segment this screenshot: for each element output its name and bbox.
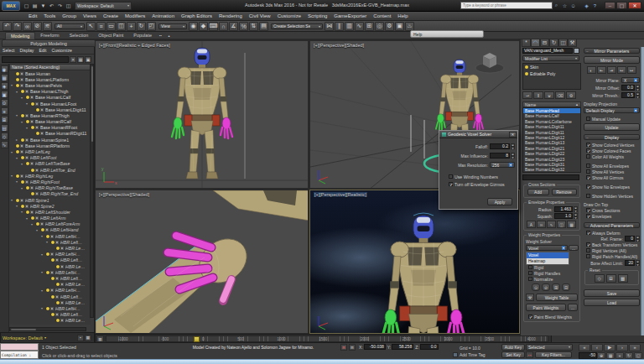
bone-filter-field[interactable] bbox=[522, 174, 579, 180]
explorer-toolbar-icon[interactable]: ∿ bbox=[1, 141, 8, 148]
minimize-button[interactable]: – bbox=[605, 2, 615, 9]
bone-affect-limit-field[interactable]: 20 bbox=[625, 260, 635, 266]
viewport-label[interactable]: [+][Front][Realistic + Edged Faces] bbox=[99, 43, 170, 48]
workspace-pin-icon[interactable]: ▪ bbox=[77, 335, 84, 341]
paint-options-button[interactable]: ... bbox=[568, 304, 578, 311]
tree-item[interactable]: HBR:LeftToeBase bbox=[9, 161, 91, 167]
expand-arrow-icon[interactable] bbox=[16, 90, 20, 94]
tree-item[interactable]: HBR:RightToe_End bbox=[9, 191, 91, 197]
tree-item[interactable]: HBR:LeftHand bbox=[9, 227, 91, 233]
max-resolution-dropdown[interactable]: 256▾ bbox=[490, 162, 515, 168]
squash-field[interactable]: 1.0 bbox=[554, 213, 573, 219]
menu-item[interactable]: Group bbox=[59, 13, 80, 18]
tree-item[interactable]: HBR:Le… bbox=[9, 245, 91, 251]
project-folder-icon[interactable]: ◫ bbox=[65, 2, 72, 9]
expand-arrow-icon[interactable] bbox=[41, 252, 45, 257]
tree-item[interactable]: Base HumanRPlatform bbox=[9, 143, 91, 148]
expand-arrow-icon[interactable] bbox=[21, 186, 25, 190]
dialog-title-bar[interactable]: Geodesic Voxel Solver ✕ bbox=[439, 131, 517, 138]
add-cross-section-button[interactable]: Add bbox=[527, 189, 549, 195]
reference-coordinate-dropdown[interactable]: View▾ bbox=[158, 23, 187, 29]
track-ruler[interactable]: -1000-5000500100015002000250030003500400… bbox=[106, 335, 548, 342]
menu-item[interactable]: Graph Editors bbox=[178, 13, 216, 18]
viewport-label[interactable]: [+][Perspective][Shaded] bbox=[314, 43, 364, 48]
explorer-toolbar-icon[interactable]: ⊙ bbox=[1, 99, 8, 107]
exclude-vertices-icon[interactable]: ∞ bbox=[537, 221, 546, 228]
lightbulb-icon[interactable] bbox=[31, 126, 34, 129]
explorer-toolbar-icon[interactable]: ⊞ bbox=[1, 116, 8, 123]
tree-item[interactable]: Base HumanLFoot bbox=[9, 101, 91, 107]
layer-manager-icon[interactable]: ▥ bbox=[345, 22, 354, 31]
display-checkbox[interactable]: Show Hidden Vertices bbox=[584, 193, 640, 199]
workspace-menu-icon[interactable]: ▦ bbox=[85, 335, 91, 341]
copy-envelope-icon[interactable]: ◫ bbox=[557, 221, 566, 228]
object-name-field[interactable]: VAN:vanguard_Mesh bbox=[522, 48, 573, 54]
draw-on-top-checkbox[interactable]: Envelopes bbox=[584, 213, 640, 219]
lightbulb-icon[interactable] bbox=[51, 313, 55, 316]
lightbulb-icon[interactable] bbox=[525, 72, 528, 75]
tree-item[interactable]: HBR:Le… bbox=[9, 299, 91, 305]
explorer-menu-item[interactable]: Select bbox=[0, 48, 17, 53]
draw-on-top-checkbox[interactable]: Cross Sections bbox=[584, 207, 640, 213]
expand-arrow-icon[interactable] bbox=[16, 179, 20, 184]
remove-modifier-icon[interactable]: ⌫ bbox=[555, 91, 565, 99]
mirror-mode-button[interactable]: Mirror Mode bbox=[584, 56, 640, 64]
expand-arrow-icon[interactable] bbox=[21, 162, 25, 166]
lightbulb-icon[interactable] bbox=[51, 241, 55, 244]
expand-arrow-icon[interactable] bbox=[11, 83, 15, 87]
open-mini-curve-editor-icon[interactable]: ▦ bbox=[96, 335, 104, 342]
keyboard-shortcut-override-icon[interactable]: ⌨ bbox=[209, 22, 218, 31]
rollout-display[interactable]: Display bbox=[584, 134, 640, 140]
menu-item[interactable]: Animation bbox=[148, 13, 178, 18]
display-checkbox[interactable]: Show All Vertices bbox=[584, 169, 640, 174]
menu-item[interactable]: Customize bbox=[274, 13, 304, 18]
lightbulb-icon[interactable] bbox=[46, 252, 49, 256]
menu-item[interactable]: Views bbox=[80, 13, 100, 18]
play-icon[interactable]: ▶ bbox=[604, 344, 615, 351]
new-file-icon[interactable]: ▢ bbox=[23, 2, 30, 9]
object-color-swatch[interactable] bbox=[574, 48, 579, 54]
lightbulb-icon[interactable] bbox=[16, 174, 19, 178]
lightbulb-icon[interactable] bbox=[31, 216, 34, 220]
explorer-toolbar-icon[interactable]: ≡ bbox=[1, 107, 8, 115]
spinner-snap-icon[interactable]: ⇅ bbox=[249, 22, 258, 31]
utilities-tab[interactable]: ⚒ bbox=[568, 39, 577, 47]
expand-arrow-icon[interactable] bbox=[41, 306, 45, 310]
mirror-offset-spinner[interactable] bbox=[636, 85, 640, 91]
go-to-start-icon[interactable]: « bbox=[579, 344, 590, 351]
maxscript-mini-listener-white[interactable]: Compilation : bbox=[0, 351, 39, 359]
expand-arrow-icon[interactable] bbox=[16, 156, 20, 160]
curve-editor-icon[interactable]: ∿ bbox=[355, 22, 364, 31]
tree-item[interactable]: HBR:LeftH… bbox=[9, 288, 91, 294]
ref-frame-spinner[interactable] bbox=[636, 236, 640, 242]
explorer-toolbar-icon[interactable]: ◇ bbox=[1, 133, 8, 140]
weight-checkbox[interactable]: Normalize bbox=[526, 276, 578, 282]
paint-weights-button[interactable]: Paint Weights bbox=[526, 304, 566, 311]
lightbulb-icon[interactable] bbox=[51, 258, 55, 262]
set-key-mode-icon[interactable]: ⊶ bbox=[526, 351, 533, 358]
tree-item[interactable]: HBR:Left… bbox=[9, 239, 91, 245]
viewport-label[interactable]: [+][Perspective][Shaded] bbox=[99, 192, 149, 197]
tree-item[interactable]: Base HumanLPlatform bbox=[9, 76, 91, 82]
select-by-name-icon[interactable]: ≡ bbox=[96, 22, 106, 31]
z-coordinate-field[interactable]: 0.0 bbox=[420, 344, 439, 350]
lightbulb-icon[interactable] bbox=[56, 319, 60, 322]
menu-item[interactable]: Help bbox=[394, 13, 411, 18]
x-coordinate-field[interactable]: -50.038 bbox=[364, 344, 386, 350]
clear-search-icon[interactable]: ✕ bbox=[70, 56, 76, 63]
ribbon-config-icon[interactable]: ▪▪ bbox=[157, 32, 164, 39]
menu-item[interactable]: GameExporter bbox=[330, 13, 370, 18]
align-icon[interactable]: ∥ bbox=[335, 22, 344, 31]
weight-tool-icon[interactable]: ⊙ bbox=[532, 283, 540, 291]
schematic-view-icon[interactable]: ⊞ bbox=[365, 22, 374, 31]
lightbulb-icon[interactable] bbox=[31, 192, 34, 195]
lightbulb-icon[interactable] bbox=[21, 90, 24, 93]
expand-arrow-icon[interactable] bbox=[26, 101, 30, 106]
go-to-end-icon[interactable]: » bbox=[629, 344, 641, 351]
update-button[interactable]: Update bbox=[584, 123, 640, 131]
angle-snap-icon[interactable]: ∡ bbox=[229, 22, 238, 31]
lightbulb-icon[interactable] bbox=[36, 108, 39, 112]
create-tab[interactable]: * bbox=[522, 39, 531, 47]
lightbulb-icon[interactable] bbox=[46, 289, 49, 292]
rectangular-selection-region-icon[interactable]: ▭ bbox=[106, 22, 116, 31]
